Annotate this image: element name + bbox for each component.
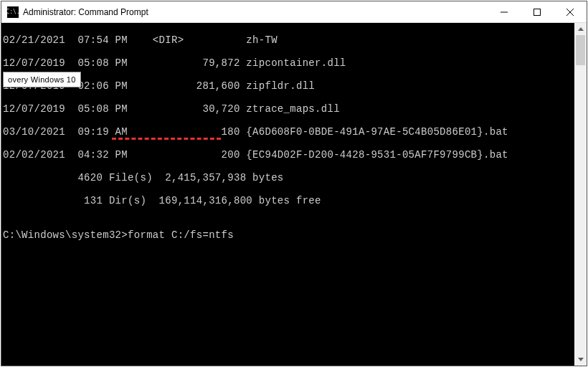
command-prompt-window: C:\. Administrator: Command Prompt 02/21… <box>1 1 587 366</box>
chevron-down-icon <box>578 358 584 361</box>
output-line: 02/02/2021 04:32 PM 200 {EC94D02F-D200-4… <box>3 149 574 161</box>
window-controls <box>488 1 587 22</box>
vertical-scrollbar[interactable] <box>574 23 587 366</box>
scroll-thumb[interactable] <box>576 35 585 65</box>
output-line: 12/07/2019 02:06 PM 281,600 zipfldr.dll <box>3 80 574 92</box>
cmd-icon-text: C:\. <box>6 9 19 15</box>
scroll-track[interactable] <box>574 35 587 353</box>
cmd-icon: C:\. <box>7 6 19 18</box>
maximize-button[interactable] <box>521 1 554 22</box>
close-icon <box>566 9 574 16</box>
prompt-line: C:\Windows\system32>format C:/fs=ntfs <box>3 229 574 241</box>
output-line: 4620 File(s) 2,415,357,938 bytes <box>3 172 574 184</box>
terminal-area: 02/21/2021 07:54 PM <DIR> zh-TW 12/07/20… <box>1 23 587 366</box>
chevron-up-icon <box>578 27 584 31</box>
command-input[interactable]: format C:/fs=ntfs <box>128 229 234 241</box>
scroll-up-button[interactable] <box>574 23 587 35</box>
window-title: Administrator: Command Prompt <box>23 7 488 17</box>
titlebar[interactable]: C:\. Administrator: Command Prompt <box>1 1 587 23</box>
terminal-output[interactable]: 02/21/2021 07:54 PM <DIR> zh-TW 12/07/20… <box>1 23 574 366</box>
output-line: 12/07/2019 05:08 PM 30,720 ztrace_maps.d… <box>3 103 574 115</box>
output-line: 03/10/2021 09:19 AM 180 {A6D608F0-0BDE-4… <box>3 126 574 138</box>
close-button[interactable] <box>554 1 587 22</box>
minimize-icon <box>501 9 508 16</box>
minimize-button[interactable] <box>488 1 521 22</box>
scroll-down-button[interactable] <box>574 353 587 366</box>
maximize-icon <box>534 9 541 16</box>
tooltip: overy Windows 10 <box>3 72 81 87</box>
prompt-path: C:\Windows\system32> <box>3 229 128 241</box>
output-line: 12/07/2019 05:08 PM 79,872 zipcontainer.… <box>3 57 574 69</box>
output-line: 131 Dir(s) 169,114,316,800 bytes free <box>3 195 574 206</box>
svg-rect-1 <box>534 9 541 15</box>
annotation-underline <box>112 138 221 140</box>
output-line: 02/21/2021 07:54 PM <DIR> zh-TW <box>3 34 574 46</box>
